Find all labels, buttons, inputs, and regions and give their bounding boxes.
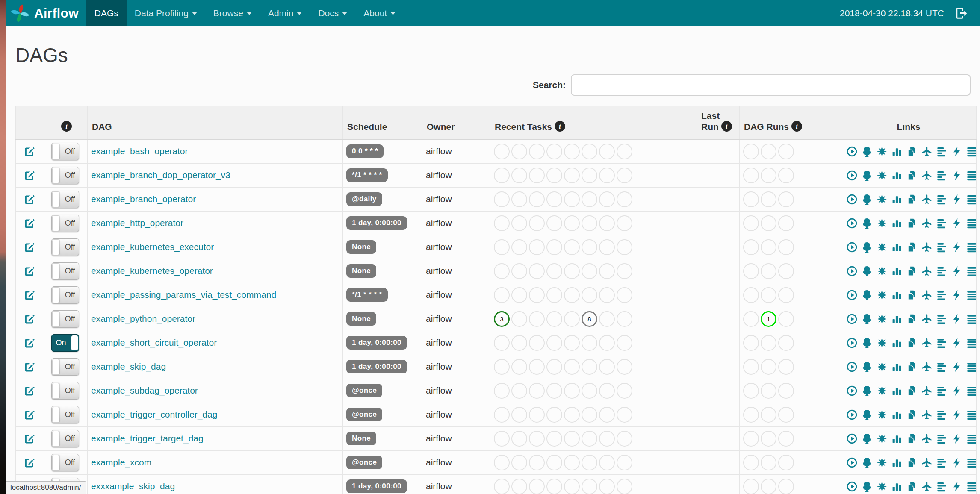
task-tries-link[interactable] bbox=[906, 218, 918, 229]
dag-link[interactable]: example_xcom bbox=[91, 457, 151, 467]
task-duration-link[interactable] bbox=[891, 146, 903, 157]
graph-view-link[interactable] bbox=[876, 218, 888, 229]
trigger-dag-link[interactable] bbox=[846, 170, 858, 181]
gantt-link[interactable] bbox=[936, 170, 948, 181]
logs-link[interactable] bbox=[966, 361, 977, 373]
landing-times-link[interactable] bbox=[921, 337, 933, 349]
dag-toggle[interactable]: Off bbox=[51, 215, 79, 232]
dag-link[interactable]: example_subdag_operator bbox=[91, 385, 198, 395]
landing-times-link[interactable] bbox=[921, 194, 933, 205]
nav-item-admin[interactable]: Admin bbox=[260, 0, 310, 26]
code-view-link[interactable] bbox=[951, 241, 962, 253]
edit-dag-button[interactable] bbox=[23, 409, 35, 421]
logs-link[interactable] bbox=[966, 481, 977, 492]
tree-view-link[interactable] bbox=[861, 170, 873, 181]
gantt-link[interactable] bbox=[936, 194, 948, 205]
dag-toggle[interactable]: Off bbox=[51, 310, 79, 328]
edit-dag-button[interactable] bbox=[23, 361, 35, 373]
task-tries-link[interactable] bbox=[906, 337, 918, 349]
search-input[interactable] bbox=[571, 74, 971, 96]
code-view-link[interactable] bbox=[951, 385, 962, 397]
logs-link[interactable] bbox=[966, 170, 977, 181]
edit-dag-button[interactable] bbox=[23, 456, 35, 469]
dag-link[interactable]: example_branch_dop_operator_v3 bbox=[91, 170, 230, 180]
graph-view-link[interactable] bbox=[876, 385, 888, 397]
tree-view-link[interactable] bbox=[861, 194, 873, 205]
landing-times-link[interactable] bbox=[921, 218, 933, 229]
code-view-link[interactable] bbox=[951, 313, 962, 325]
gantt-link[interactable] bbox=[936, 457, 948, 468]
logs-link[interactable] bbox=[966, 146, 977, 157]
task-duration-link[interactable] bbox=[891, 265, 903, 277]
landing-times-link[interactable] bbox=[921, 289, 933, 301]
task-tries-link[interactable] bbox=[906, 457, 918, 468]
recent-task-circle[interactable]: 3 bbox=[494, 311, 510, 327]
dag-link[interactable]: example_kubernetes_executor bbox=[91, 242, 214, 252]
trigger-dag-link[interactable] bbox=[846, 289, 858, 301]
task-tries-link[interactable] bbox=[906, 433, 918, 444]
nav-item-browse[interactable]: Browse bbox=[205, 0, 260, 26]
edit-dag-button[interactable] bbox=[23, 145, 35, 158]
nav-item-about[interactable]: About bbox=[355, 0, 404, 26]
dag-link[interactable]: example_bash_operator bbox=[91, 146, 188, 156]
task-duration-link[interactable] bbox=[891, 241, 903, 253]
dag-toggle[interactable]: Off bbox=[51, 382, 79, 400]
task-tries-link[interactable] bbox=[906, 409, 918, 420]
dag-toggle[interactable]: Off bbox=[51, 358, 79, 376]
trigger-dag-link[interactable] bbox=[846, 337, 858, 349]
task-duration-link[interactable] bbox=[891, 337, 903, 349]
trigger-dag-link[interactable] bbox=[846, 313, 858, 325]
logs-link[interactable] bbox=[966, 313, 977, 325]
landing-times-link[interactable] bbox=[921, 313, 933, 325]
dag-link[interactable]: example_passing_params_via_test_command bbox=[91, 290, 276, 300]
task-duration-link[interactable] bbox=[891, 194, 903, 205]
task-duration-link[interactable] bbox=[891, 385, 903, 397]
graph-view-link[interactable] bbox=[876, 289, 888, 301]
code-view-link[interactable] bbox=[951, 361, 962, 373]
dag-link[interactable]: example_trigger_target_dag bbox=[91, 433, 204, 443]
edit-dag-button[interactable] bbox=[23, 217, 35, 229]
task-duration-link[interactable] bbox=[891, 409, 903, 420]
graph-view-link[interactable] bbox=[876, 313, 888, 325]
task-tries-link[interactable] bbox=[906, 265, 918, 277]
logs-link[interactable] bbox=[966, 194, 977, 205]
logs-link[interactable] bbox=[966, 337, 977, 349]
graph-view-link[interactable] bbox=[876, 265, 888, 277]
gantt-link[interactable] bbox=[936, 481, 948, 492]
landing-times-link[interactable] bbox=[921, 457, 933, 468]
landing-times-link[interactable] bbox=[921, 433, 933, 444]
dag-link[interactable]: example_skip_dag bbox=[91, 362, 166, 371]
landing-times-link[interactable] bbox=[921, 385, 933, 397]
dag-link[interactable]: example_short_circuit_operator bbox=[91, 338, 217, 347]
edit-dag-button[interactable] bbox=[23, 432, 35, 445]
gantt-link[interactable] bbox=[936, 218, 948, 229]
task-duration-link[interactable] bbox=[891, 170, 903, 181]
gantt-link[interactable] bbox=[936, 241, 948, 253]
graph-view-link[interactable] bbox=[876, 337, 888, 349]
trigger-dag-link[interactable] bbox=[846, 433, 858, 444]
gantt-link[interactable] bbox=[936, 146, 948, 157]
tree-view-link[interactable] bbox=[861, 409, 873, 420]
task-tries-link[interactable] bbox=[906, 481, 918, 492]
dag-toggle[interactable]: Off bbox=[51, 286, 79, 304]
nav-item-dags[interactable]: DAGs bbox=[86, 0, 127, 26]
tree-view-link[interactable] bbox=[861, 385, 873, 397]
graph-view-link[interactable] bbox=[876, 457, 888, 468]
logs-link[interactable] bbox=[966, 457, 977, 468]
trigger-dag-link[interactable] bbox=[846, 481, 858, 492]
graph-view-link[interactable] bbox=[876, 481, 888, 492]
task-duration-link[interactable] bbox=[891, 289, 903, 301]
dag-toggle[interactable]: Off bbox=[51, 191, 79, 208]
dag-toggle[interactable]: Off bbox=[51, 430, 79, 447]
task-duration-link[interactable] bbox=[891, 313, 903, 325]
gantt-link[interactable] bbox=[936, 385, 948, 397]
nav-item-docs[interactable]: Docs bbox=[310, 0, 355, 26]
code-view-link[interactable] bbox=[951, 170, 962, 181]
code-view-link[interactable] bbox=[951, 457, 962, 468]
tree-view-link[interactable] bbox=[861, 313, 873, 325]
code-view-link[interactable] bbox=[951, 337, 962, 349]
task-tries-link[interactable] bbox=[906, 385, 918, 397]
landing-times-link[interactable] bbox=[921, 361, 933, 373]
dag-link[interactable]: example_http_operator bbox=[91, 218, 183, 228]
task-tries-link[interactable] bbox=[906, 313, 918, 325]
